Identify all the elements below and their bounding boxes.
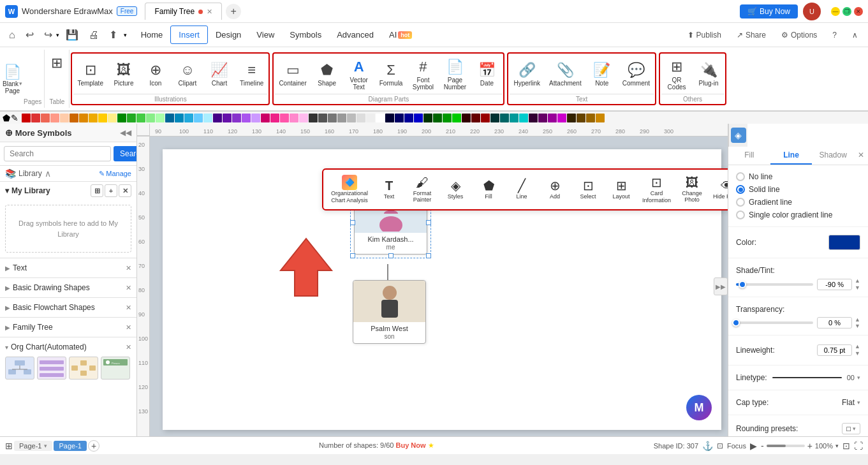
line-button[interactable]: ╱ Line xyxy=(506,175,538,203)
color-cell[interactable] xyxy=(452,114,461,122)
right-panel-collapse[interactable]: ▶▶ xyxy=(714,277,728,295)
maximize-button[interactable]: ❐ xyxy=(842,7,851,16)
transparency-slider-thumb[interactable] xyxy=(732,319,740,327)
canvas-content[interactable]: 🌿 M xyxy=(150,137,728,436)
layout-button[interactable]: ⊞ Layout xyxy=(605,175,637,203)
fill-button[interactable]: ⬟ Fill xyxy=(473,175,504,203)
color-cell[interactable] xyxy=(577,114,585,122)
canvas-area[interactable]: 9010011012013014015016017018019020021022… xyxy=(137,124,728,436)
menu-insert[interactable]: Insert xyxy=(170,26,208,44)
color-cell[interactable] xyxy=(414,114,423,122)
color-cell[interactable] xyxy=(290,114,298,122)
color-cell[interactable] xyxy=(223,114,232,122)
menu-advanced[interactable]: Advanced xyxy=(329,26,381,43)
shape-button[interactable]: ⬟ Shape xyxy=(312,55,342,94)
node-psalm-card[interactable]: Psalm West son xyxy=(353,280,426,344)
tab-close-icon[interactable]: ✕ xyxy=(207,8,212,16)
select-button[interactable]: ⊡ Select xyxy=(572,175,604,203)
basic-drawing-section-header[interactable]: ▶ Basic Drawing Shapes ✕ xyxy=(5,281,131,295)
search-button[interactable]: Search xyxy=(114,146,137,161)
gradient-line-option[interactable]: Gradient line xyxy=(736,196,860,209)
my-library-add[interactable]: + xyxy=(105,184,117,197)
color-cell[interactable] xyxy=(299,114,308,122)
text-tool-button[interactable]: T Text xyxy=(373,176,405,203)
color-cell[interactable] xyxy=(242,114,251,122)
color-cell[interactable] xyxy=(175,114,184,122)
format-icon-btn[interactable]: ◈ xyxy=(731,128,746,143)
color-cell[interactable] xyxy=(50,114,59,122)
color-cell[interactable] xyxy=(548,114,557,122)
color-cell[interactable] xyxy=(146,114,155,122)
linetype-select[interactable]: 00 ▾ xyxy=(772,374,860,381)
color-cell[interactable] xyxy=(538,114,547,122)
my-library-table-view[interactable]: ⊞ xyxy=(91,184,103,197)
hide-photo-button[interactable]: 👁 Hide Photo xyxy=(709,176,728,203)
color-cell[interactable] xyxy=(165,114,174,122)
anchor-icon[interactable]: ⚓ xyxy=(702,441,713,451)
color-cell[interactable] xyxy=(510,114,519,122)
org-chart-analysis-button[interactable]: 🔷 OrganizationalChart Analysis xyxy=(327,172,372,207)
card-info-button[interactable]: ⊡ CardInformation xyxy=(638,172,675,207)
pages-toggle-icon[interactable]: ⊞ xyxy=(5,441,13,451)
container-button[interactable]: ▭ Container xyxy=(275,55,310,94)
vector-text-button[interactable]: A VectorText xyxy=(344,55,374,94)
color-cell[interactable] xyxy=(251,114,260,122)
color-cell[interactable] xyxy=(462,114,471,122)
styles-button[interactable]: ◈ Styles xyxy=(439,175,471,203)
color-cell[interactable] xyxy=(443,114,452,122)
font-symbol-button[interactable]: # FontSymbol xyxy=(408,55,438,94)
color-cell[interactable] xyxy=(41,114,50,122)
play-icon[interactable]: ▶ xyxy=(750,441,757,451)
redo-dropdown[interactable]: ▾ xyxy=(56,32,59,38)
color-cell[interactable] xyxy=(136,114,145,122)
solid-line-option[interactable]: Solid line xyxy=(736,183,860,196)
note-button[interactable]: 📝 Note xyxy=(587,55,617,94)
print-button[interactable]: 🖨 xyxy=(85,27,103,43)
color-cell[interactable] xyxy=(156,114,165,122)
color-cell[interactable] xyxy=(60,114,69,122)
menu-design[interactable]: Design xyxy=(208,26,249,43)
color-cell[interactable] xyxy=(490,114,499,122)
color-cell[interactable] xyxy=(481,114,490,122)
picture-button[interactable]: 🖼 Picture xyxy=(108,55,139,94)
color-cell[interactable] xyxy=(366,114,375,122)
shade-down[interactable]: ▼ xyxy=(855,284,860,292)
lineweight-up[interactable]: ▲ xyxy=(855,343,860,350)
rounding-presets-button[interactable]: □ ▾ xyxy=(842,423,860,434)
plugin-button[interactable]: 🔌 Plug-in xyxy=(693,59,724,89)
color-cell[interactable] xyxy=(79,114,88,122)
color-cell[interactable] xyxy=(108,114,117,122)
basic-drawing-section-close[interactable]: ✕ xyxy=(126,284,131,292)
color-cell[interactable] xyxy=(270,114,279,122)
focus-label[interactable]: Focus xyxy=(727,442,746,450)
org-chart-section-close[interactable]: ✕ xyxy=(126,343,131,351)
color-cell[interactable] xyxy=(127,114,136,122)
template-preview-4[interactable]: Person xyxy=(101,357,130,380)
node-psalm[interactable]: Psalm West son xyxy=(353,280,426,344)
tab-line[interactable]: Line xyxy=(770,147,813,165)
color-cell[interactable] xyxy=(98,114,107,122)
fullscreen-icon[interactable]: ⛶ xyxy=(854,441,863,451)
color-cell[interactable] xyxy=(328,114,337,122)
table-button[interactable]: ⊞ xyxy=(48,50,65,77)
format-painter-button[interactable]: 🖌 FormatPainter xyxy=(406,173,438,207)
no-line-radio[interactable] xyxy=(736,172,745,181)
library-expand-icon[interactable]: ∧ xyxy=(45,168,51,179)
color-cell[interactable] xyxy=(557,114,566,122)
color-cell[interactable] xyxy=(70,114,78,122)
chart-button[interactable]: 📈 Chart xyxy=(204,55,235,94)
icon-button[interactable]: ⊕ Icon xyxy=(140,55,171,94)
single-color-gradient-option[interactable]: Single color gradient line xyxy=(736,209,860,221)
zoom-out-button[interactable]: - xyxy=(761,441,764,451)
panel-collapse-button[interactable]: ◀◀ xyxy=(120,128,131,137)
blank-page-button[interactable]: 📄 Blank ▾ Page xyxy=(3,50,22,108)
basic-flowchart-section-header[interactable]: ▶ Basic Flowchart Shapes ✕ xyxy=(5,300,131,314)
color-cell[interactable] xyxy=(357,114,365,122)
date-button[interactable]: 📅 Date xyxy=(471,55,502,94)
close-button[interactable]: ✕ xyxy=(854,7,863,16)
color-cell[interactable] xyxy=(500,114,509,122)
color-cell[interactable] xyxy=(184,114,193,122)
color-cell[interactable] xyxy=(404,114,413,122)
hyperlink-button[interactable]: 🔗 Hyperlink xyxy=(510,55,544,94)
fill-icon[interactable]: ⬟ xyxy=(3,113,10,123)
